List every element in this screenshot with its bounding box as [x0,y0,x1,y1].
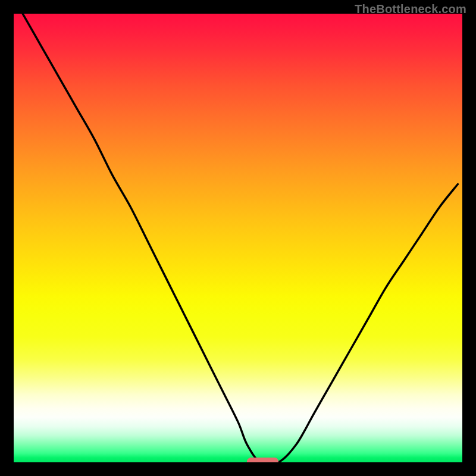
bottleneck-marker [247,458,278,463]
attribution-text: TheBottleneck.com [355,2,466,16]
plot-area [14,14,462,462]
curve-svg [14,14,462,462]
chart-frame: TheBottleneck.com [0,0,476,476]
bottleneck-curve [23,14,458,462]
